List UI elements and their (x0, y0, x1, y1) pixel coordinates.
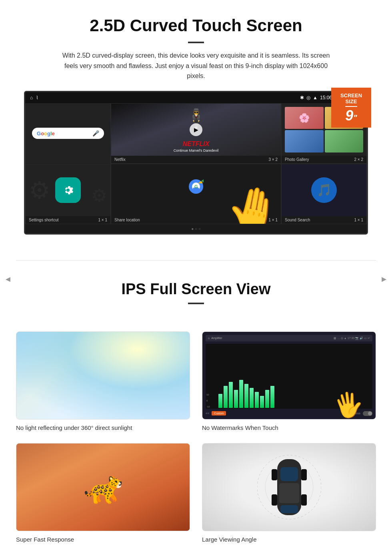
settings-preview: ⚙ ⚙ (26, 164, 110, 216)
device-screen: ⌂ ⌇ ✱ ◎ ▲ 15:06 📷 🔊 ✕ ▭ (24, 91, 368, 235)
section2-title: IPS Full Screen View (24, 281, 368, 298)
sound-preview: 🎵 (282, 164, 366, 216)
maps-icon: G (182, 175, 210, 203)
feature-car: ◄ ► Large Viewing Angle (202, 443, 376, 543)
home-icon[interactable]: ⌂ (30, 95, 33, 100)
netflix-preview: 🕴 ▶ NETFLIX Continue Marvel's Daredevil (111, 104, 281, 156)
usb-icon: ⌇ (36, 95, 38, 100)
app-cell-netflix[interactable]: 🕴 ▶ NETFLIX Continue Marvel's Daredevil … (111, 103, 281, 164)
svg-rect-8 (280, 467, 298, 481)
sunlight-visual (16, 332, 190, 419)
cheetah-caption: Super Fast Response (16, 536, 190, 543)
feature-sunlight: No light reflecting under 360° direct su… (16, 331, 190, 431)
badge-underline (345, 106, 357, 107)
cheetah-visual: 🐆 (16, 444, 190, 531)
amplifier-image: ⌂ Amplifier ▦ … ◎ ▲ 17:33 📷 🔊 ▭ ↩ 10 0 -… (202, 331, 376, 420)
settings-grid: 1 × 1 (98, 218, 107, 222)
svg-rect-9 (279, 483, 299, 503)
svg-text:G: G (194, 184, 198, 189)
sunlight-caption: No light reflecting under 360° direct su… (16, 424, 190, 431)
car-top-view (257, 447, 321, 527)
google-logo: Google (37, 130, 55, 136)
car-visual: ◄ ► (202, 444, 376, 531)
badge-size: 9" (338, 108, 364, 123)
netflix-grid: 3 × 2 (268, 157, 278, 162)
app-grid-row1: Google 🎤 Google 3 × 1 (25, 103, 367, 164)
share-preview: G (111, 164, 281, 216)
svg-rect-14 (301, 494, 307, 506)
time-display: 15:06 (320, 95, 332, 100)
share-app-name: Share location (114, 218, 140, 222)
bluetooth-icon: ✱ (300, 95, 304, 100)
location-icon: ◎ (306, 95, 310, 100)
netflix-play-button[interactable]: ▶ (190, 123, 202, 136)
sound-grid: 1 × 1 (354, 218, 363, 222)
svg-rect-11 (272, 469, 277, 480)
app-grid-row2: ⚙ ⚙ Settings shortcut 1 × 1 (25, 164, 367, 224)
app-cell-sound[interactable]: 🎵 Sound Search 1 × 1 (281, 164, 367, 224)
svg-rect-12 (301, 469, 307, 480)
sound-label: Sound Search 1 × 1 (282, 216, 366, 224)
sound-app-name: Sound Search (285, 218, 310, 222)
feature-amplifier: ⌂ Amplifier ▦ … ◎ ▲ 17:33 📷 🔊 ▭ ↩ 10 0 -… (202, 331, 376, 431)
google-preview: Google 🎤 (26, 104, 110, 163)
device-mockup: Screen Size 9" ⌂ ⌇ ✱ ◎ ▲ (24, 91, 368, 235)
wifi-icon: ▲ (313, 95, 318, 100)
car-caption: Large Viewing Angle (202, 536, 376, 543)
section1-description: With 2.5D curved-display screen, this de… (56, 50, 336, 81)
feature-cheetah: 🐆 Super Fast Response (16, 443, 190, 543)
section-curved: 2.5D Curved Touch Screen With 2.5D curve… (0, 0, 392, 248)
google-search-bar[interactable]: Google 🎤 (32, 128, 104, 139)
section-divider (16, 260, 376, 261)
badge-label: Screen Size (338, 92, 364, 104)
netflix-subtitle: Continue Marvel's Daredevil (114, 149, 278, 153)
status-left: ⌂ ⌇ (30, 95, 38, 100)
sound-icon: 🎵 (311, 177, 337, 203)
share-label: Share location 1 × 1 (111, 216, 281, 224)
cheetah-image: 🐆 (16, 443, 190, 531)
sunlight-image (16, 331, 190, 420)
title-underline (188, 42, 204, 43)
app-cell-share[interactable]: G 🤚 Share location 1 × 1 (111, 164, 281, 224)
gallery-label: Photo Gallery 2 × 2 (282, 156, 366, 163)
netflix-label: Netflix 3 × 2 (111, 156, 281, 163)
status-bar: ⌂ ⌇ ✱ ◎ ▲ 15:06 📷 🔊 ✕ ▭ (25, 92, 367, 103)
mic-icon[interactable]: 🎤 (92, 130, 99, 136)
section-ips: IPS Full Screen View No light reflecting… (0, 273, 392, 551)
gallery-app-name: Photo Gallery (285, 157, 309, 162)
feature-grid: No light reflecting under 360° direct su… (0, 323, 392, 551)
svg-rect-13 (272, 494, 277, 506)
netflix-logo: NETFLIX (114, 141, 278, 148)
netflix-app-name: Netflix (114, 157, 126, 162)
gallery-grid: 2 × 2 (354, 157, 363, 162)
pagination-dots: ● ○ ○ (25, 224, 367, 233)
section2-underline (188, 303, 204, 304)
gear-icon (61, 183, 75, 197)
app-cell-google[interactable]: Google 🎤 Google 3 × 1 (25, 103, 111, 164)
car-image: ◄ ► (202, 443, 376, 531)
share-grid: 1 × 1 (268, 218, 278, 222)
section1-title: 2.5D Curved Touch Screen (24, 16, 368, 35)
amplifier-caption: No Watermarks When Touch (202, 424, 376, 431)
settings-label: Settings shortcut 1 × 1 (26, 216, 110, 224)
screen-size-badge: Screen Size 9" (331, 88, 371, 128)
netflix-overlay: NETFLIX Continue Marvel's Daredevil (111, 137, 281, 156)
settings-icon-bg (55, 177, 81, 203)
svg-rect-10 (280, 505, 298, 513)
touch-hand-icon: 🖐 (331, 388, 366, 420)
app-cell-settings[interactable]: ⚙ ⚙ Settings shortcut 1 × 1 (25, 164, 111, 224)
settings-app-name: Settings shortcut (29, 218, 58, 222)
